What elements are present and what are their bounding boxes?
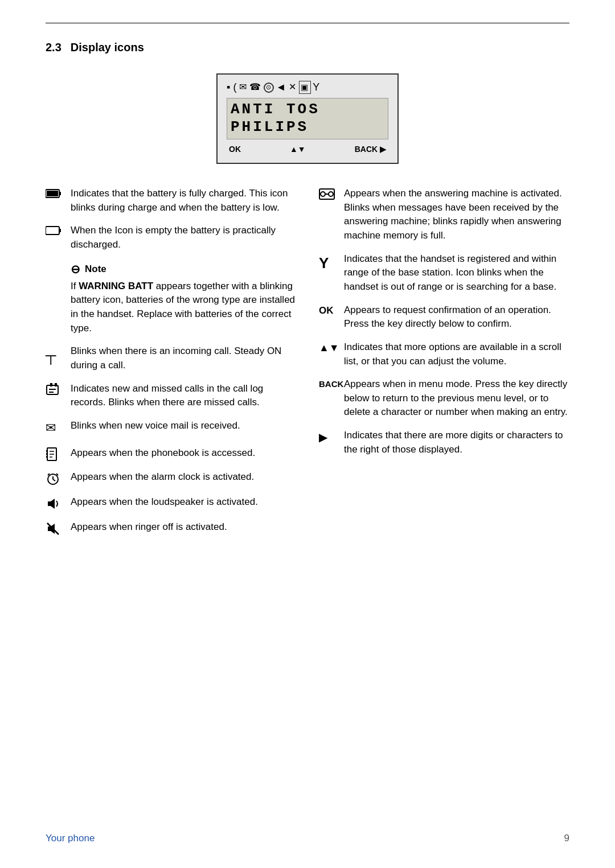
svg-line-19 xyxy=(53,479,55,481)
handset-range-icon: Y xyxy=(319,252,344,273)
icon-entry-ringer-off: Appears when ringer off is activated. xyxy=(46,520,296,536)
missed-calls-text: Indicates new and missed calls in the ca… xyxy=(71,382,296,410)
lcd-line2: PHILIPS xyxy=(231,118,384,136)
back-icon: BACK xyxy=(319,377,344,390)
lcd-back-label: BACK ▶ xyxy=(355,144,386,155)
icon-entry-voicemail: ✉ Blinks when new voice mail is received… xyxy=(46,419,296,437)
lcd-icons-row: ▪ ( ✉ ☎ ⊙ ◄ ✕ ▣ Y xyxy=(227,80,388,94)
ringer-off-icon xyxy=(46,520,71,536)
right-column: Appears when the answering machine is ac… xyxy=(319,187,569,545)
note-block: ⊖ Note If WARNING BATT appears together … xyxy=(71,261,296,336)
icon-entry-ok: OK Appears to request confirmation of an… xyxy=(319,303,569,331)
left-column: Indicates that the battery is fully char… xyxy=(46,187,296,545)
nav-arrows-text: Indicates that more options are availabl… xyxy=(344,340,569,368)
icon-entry-handset-range: Y Indicates that the handset is register… xyxy=(319,252,569,294)
lcd-buttons-row: OK ▲▼ BACK ▶ xyxy=(227,144,388,155)
svg-rect-4 xyxy=(59,229,61,232)
answering-machine-icon xyxy=(319,187,344,200)
battery-full-text: Indicates that the battery is fully char… xyxy=(71,187,296,215)
call-text: Blinks when there is an incoming call. S… xyxy=(71,344,296,372)
arrow-right-icon: ▶ xyxy=(319,429,344,445)
icon-entry-nav-arrows: ▲▼ Indicates that more options are avail… xyxy=(319,340,569,368)
phonebook-text: Appears when the phonebook is accessed. xyxy=(71,446,255,460)
back-text: Appears when in menu mode. Press the key… xyxy=(344,377,569,419)
descriptions-grid: Indicates that the battery is fully char… xyxy=(46,187,569,545)
svg-point-27 xyxy=(329,192,333,196)
answering-machine-text: Appears when the answering machine is ac… xyxy=(344,187,569,243)
page-number: 9 xyxy=(564,832,569,845)
call-icon: ┬ xyxy=(46,344,71,365)
footer: Your phone 9 xyxy=(46,832,569,845)
icon-entry-loudspeaker: Appears when the loudspeaker is activate… xyxy=(46,495,296,511)
section-title: Display icons xyxy=(71,39,144,55)
loudspeaker-icon xyxy=(46,495,71,511)
svg-rect-7 xyxy=(55,383,57,386)
svg-rect-16 xyxy=(46,456,48,458)
lcd-box: ▪ ( ✉ ☎ ⊙ ◄ ✕ ▣ Y ANTI TOS PHILIPS OK ▲▼… xyxy=(216,73,399,164)
lcd-ok-label: OK xyxy=(229,144,241,155)
alarm-text: Appears when the alarm clock is activate… xyxy=(71,470,254,484)
lcd-text-display: ANTI TOS PHILIPS xyxy=(227,98,388,139)
battery-empty-text: When the Icon is empty the battery is pr… xyxy=(71,224,296,252)
svg-rect-1 xyxy=(47,191,58,196)
icon-entry-call: ┬ Blinks when there is an incoming call.… xyxy=(46,344,296,372)
ok-text: Appears to request confirmation of an op… xyxy=(344,303,569,331)
icon-entry-battery-empty: When the Icon is empty the battery is pr… xyxy=(46,224,296,252)
section-number: 2.3 xyxy=(46,39,62,55)
battery-full-icon xyxy=(46,187,71,199)
arrow-right-text: Indicates that there are more digits or … xyxy=(344,429,569,456)
ok-icon: OK xyxy=(319,303,344,318)
voicemail-text: Blinks when new voice mail is received. xyxy=(71,419,240,433)
svg-rect-14 xyxy=(46,450,48,452)
svg-point-26 xyxy=(321,192,325,196)
icon-entry-battery-full: Indicates that the battery is fully char… xyxy=(46,187,296,215)
note-body: If WARNING BATT appears together with a … xyxy=(71,279,296,336)
icon-entry-answering-machine: Appears when the answering machine is ac… xyxy=(319,187,569,243)
footer-section-label: Your phone xyxy=(46,832,95,845)
lcd-nav-label: ▲▼ xyxy=(290,144,306,155)
loudspeaker-text: Appears when the loudspeaker is activate… xyxy=(71,495,258,509)
icon-entry-alarm: Appears when the alarm clock is activate… xyxy=(46,470,296,486)
alarm-icon xyxy=(46,470,71,486)
icon-entry-arrow-right: ▶ Indicates that there are more digits o… xyxy=(319,429,569,456)
note-icon: ⊖ xyxy=(71,261,80,277)
handset-range-text: Indicates that the handset is registered… xyxy=(344,252,569,294)
voicemail-icon: ✉ xyxy=(46,419,71,437)
note-label: Note xyxy=(85,262,106,276)
note-header: ⊖ Note xyxy=(71,261,296,277)
missed-calls-icon xyxy=(46,382,71,397)
section-header: 2.3 Display icons xyxy=(46,39,569,55)
icon-entry-phonebook: Appears when the phonebook is accessed. xyxy=(46,446,296,461)
battery-empty-icon xyxy=(46,224,71,236)
svg-rect-2 xyxy=(59,192,61,195)
icon-entry-back: BACK Appears when in menu mode. Press th… xyxy=(319,377,569,419)
svg-marker-22 xyxy=(48,499,55,509)
lcd-line1: ANTI TOS xyxy=(231,101,384,118)
phonebook-icon xyxy=(46,446,71,461)
svg-rect-3 xyxy=(46,227,59,235)
svg-rect-15 xyxy=(46,453,48,455)
top-rule xyxy=(46,23,569,23)
svg-rect-6 xyxy=(50,383,52,386)
lcd-display-container: ▪ ( ✉ ☎ ⊙ ◄ ✕ ▣ Y ANTI TOS PHILIPS OK ▲▼… xyxy=(46,73,569,164)
nav-arrows-icon: ▲▼ xyxy=(319,340,344,355)
ringer-off-text: Appears when ringer off is activated. xyxy=(71,520,227,534)
icon-entry-missed-calls: Indicates new and missed calls in the ca… xyxy=(46,382,296,410)
